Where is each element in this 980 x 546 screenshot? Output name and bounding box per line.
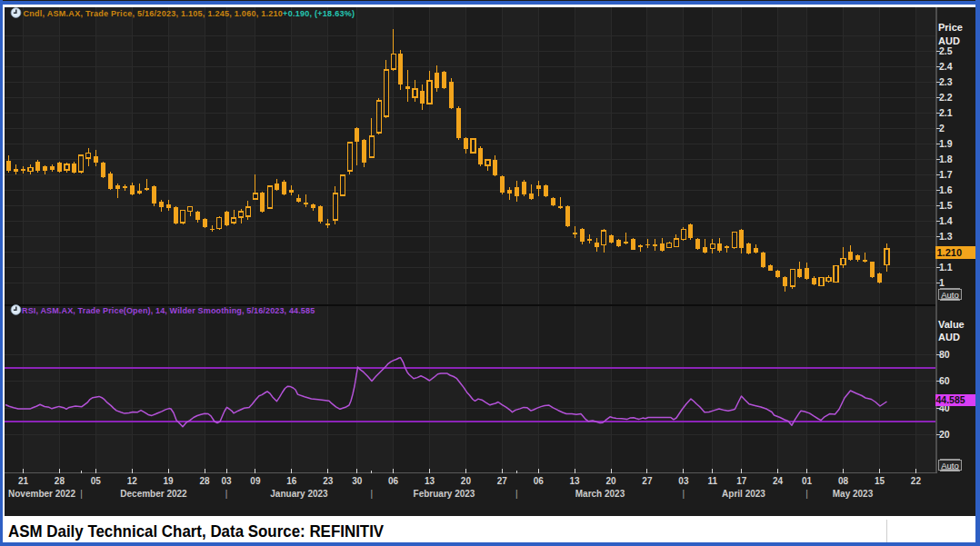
svg-text:2.1: 2.1 bbox=[939, 107, 953, 118]
svg-text:09: 09 bbox=[250, 476, 261, 486]
svg-text:44.585: 44.585 bbox=[936, 394, 965, 405]
svg-text:16: 16 bbox=[286, 476, 297, 486]
svg-text:|: | bbox=[370, 489, 373, 499]
svg-text:1.4: 1.4 bbox=[939, 215, 953, 226]
svg-text:|: | bbox=[515, 489, 518, 499]
svg-text:20: 20 bbox=[939, 429, 950, 440]
svg-text:22: 22 bbox=[911, 476, 922, 486]
svg-text:2: 2 bbox=[939, 123, 945, 134]
svg-text:1.7: 1.7 bbox=[939, 169, 953, 180]
svg-text:11: 11 bbox=[708, 476, 718, 486]
svg-text:February 2023: February 2023 bbox=[414, 489, 475, 499]
svg-text:23: 23 bbox=[323, 476, 334, 486]
svg-text:80: 80 bbox=[939, 349, 950, 360]
svg-text:March 2023: March 2023 bbox=[575, 489, 625, 499]
svg-text:|: | bbox=[683, 489, 685, 499]
svg-text:2.5: 2.5 bbox=[939, 45, 953, 56]
svg-text:Auto: Auto bbox=[941, 290, 959, 300]
svg-text:1: 1 bbox=[939, 277, 945, 288]
svg-text:November 2022: November 2022 bbox=[8, 489, 75, 499]
svg-text:28: 28 bbox=[199, 476, 210, 486]
svg-text:01: 01 bbox=[802, 476, 813, 486]
svg-text:2.3: 2.3 bbox=[939, 76, 953, 87]
svg-text:1.8: 1.8 bbox=[939, 154, 953, 164]
svg-text:17: 17 bbox=[736, 476, 747, 486]
svg-text:30: 30 bbox=[352, 476, 363, 486]
svg-text:1.5: 1.5 bbox=[939, 200, 953, 211]
svg-text:03: 03 bbox=[221, 476, 232, 486]
svg-text:Auto: Auto bbox=[941, 461, 959, 471]
svg-text:AUD: AUD bbox=[938, 332, 960, 342]
svg-text:January 2023: January 2023 bbox=[270, 489, 328, 499]
svg-text:27: 27 bbox=[642, 476, 653, 486]
svg-text:2.2: 2.2 bbox=[939, 92, 953, 103]
svg-text:|: | bbox=[805, 489, 808, 499]
svg-text:15: 15 bbox=[875, 476, 885, 486]
svg-text:May 2023: May 2023 bbox=[833, 489, 874, 499]
svg-text:28: 28 bbox=[55, 476, 65, 486]
svg-text:05: 05 bbox=[91, 476, 102, 486]
svg-text:1.6: 1.6 bbox=[939, 184, 953, 195]
svg-text:Value: Value bbox=[938, 319, 965, 330]
svg-text:April 2023: April 2023 bbox=[722, 489, 765, 499]
svg-text:AUD: AUD bbox=[938, 35, 960, 46]
svg-text:|: | bbox=[80, 489, 83, 499]
svg-text:RSI, ASM.AX, Trade Price(Open): RSI, ASM.AX, Trade Price(Open), 14, Wild… bbox=[22, 306, 315, 315]
svg-text:December 2022: December 2022 bbox=[120, 489, 187, 499]
svg-text:13: 13 bbox=[570, 476, 581, 486]
svg-text:1.9: 1.9 bbox=[939, 138, 953, 149]
svg-text:Cndl, ASM.AX, Trade Price, 5/1: Cndl, ASM.AX, Trade Price, 5/16/2023, 1.… bbox=[24, 9, 355, 18]
svg-text:1.1: 1.1 bbox=[939, 262, 953, 273]
svg-text:Price: Price bbox=[938, 22, 963, 33]
svg-text:03: 03 bbox=[678, 476, 689, 486]
svg-text:60: 60 bbox=[939, 375, 950, 386]
svg-text:2.4: 2.4 bbox=[939, 61, 953, 72]
svg-text:20: 20 bbox=[605, 476, 616, 486]
svg-text:06: 06 bbox=[388, 476, 399, 486]
svg-text:1.3: 1.3 bbox=[939, 231, 953, 242]
svg-text:13: 13 bbox=[425, 476, 435, 486]
svg-text:08: 08 bbox=[838, 476, 849, 486]
svg-text:20: 20 bbox=[461, 476, 472, 486]
svg-text:21: 21 bbox=[18, 476, 29, 486]
svg-text:19: 19 bbox=[164, 476, 175, 486]
svg-text:12: 12 bbox=[127, 476, 138, 486]
svg-text:06: 06 bbox=[534, 476, 545, 486]
svg-text:27: 27 bbox=[497, 476, 508, 486]
svg-text:1.210: 1.210 bbox=[937, 247, 963, 258]
svg-text:|: | bbox=[225, 489, 228, 499]
svg-text:24: 24 bbox=[773, 476, 784, 486]
